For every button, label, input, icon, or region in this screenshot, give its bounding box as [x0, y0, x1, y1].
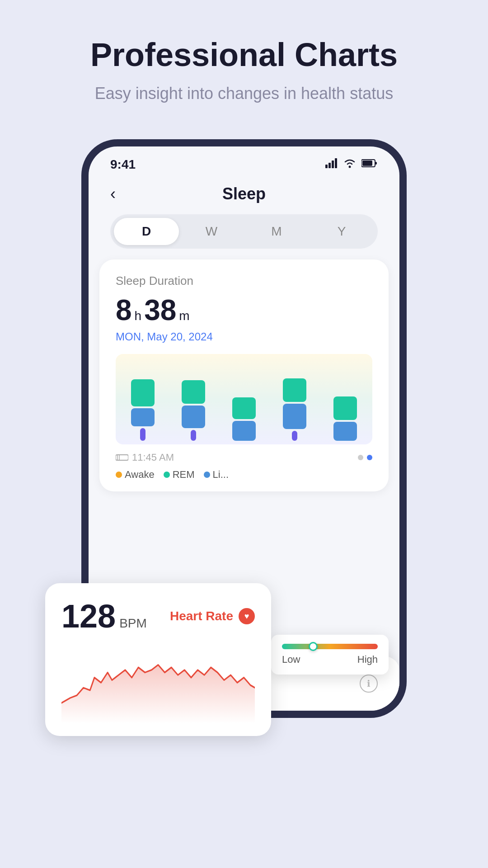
info-icon[interactable]: ℹ [360, 675, 378, 693]
sleep-bar-group-5 [322, 378, 369, 441]
deep-bar-4 [292, 431, 297, 441]
tab-year[interactable]: Y [309, 218, 374, 245]
light-bar-1 [131, 408, 155, 426]
status-time: 9:41 [110, 157, 136, 172]
quality-slider [282, 644, 378, 649]
sleep-bar-group-3 [221, 397, 267, 441]
deep-bar-2 [191, 430, 196, 441]
status-bar: 9:41 [89, 146, 399, 174]
legend-dot-light [204, 472, 210, 478]
status-icons [325, 158, 378, 171]
sleep-duration-value: 8 h 38 m [116, 293, 372, 327]
hr-chart-svg [61, 642, 255, 723]
sleep-legend: Awake REM Li... [116, 469, 372, 481]
svg-point-4 [349, 166, 351, 168]
light-bar-4 [283, 404, 306, 429]
sleep-minutes: 38 [144, 293, 176, 327]
svg-rect-1 [328, 163, 331, 168]
tab-day[interactable]: D [114, 218, 179, 245]
signal-icon [325, 158, 338, 171]
slider-thumb [309, 642, 318, 651]
high-label: High [357, 654, 378, 665]
sleep-date: MON, May 20, 2024 [116, 330, 372, 343]
page-title: Professional Charts [90, 36, 398, 73]
legend-light-label: Li... [213, 469, 229, 481]
slider-track [282, 644, 378, 649]
sleep-hours: 8 [116, 293, 132, 327]
tooltip-labels: Low High [282, 654, 378, 665]
sleep-dots [358, 455, 372, 460]
svg-rect-6 [375, 162, 377, 165]
hr-chart [61, 642, 255, 723]
rem-bar-4 [283, 378, 306, 402]
tab-month[interactable]: M [244, 218, 309, 245]
svg-rect-0 [325, 165, 328, 168]
low-label: Low [282, 654, 300, 665]
back-button[interactable]: ‹ [110, 184, 116, 203]
sleep-footer: 11:45 AM [116, 452, 372, 463]
hr-number: 128 [61, 598, 116, 635]
legend-rem-label: REM [173, 469, 195, 481]
nav-header: ‹ Sleep [89, 174, 399, 214]
legend-dot-rem [164, 472, 170, 478]
svg-rect-7 [362, 160, 372, 166]
sleep-duration-label: Sleep Duration [116, 274, 372, 288]
legend-awake-label: Awake [125, 469, 155, 481]
rem-bar-2 [182, 380, 205, 404]
hr-unit: BPM [119, 616, 147, 631]
period-tabs: D W M Y [110, 214, 378, 249]
hr-header: 128 BPM Heart Rate ♥ [61, 598, 255, 635]
sleep-bar-group-4 [271, 378, 318, 441]
sleep-bar-group-2 [170, 362, 217, 441]
page-subtitle: Easy insight into changes in health stat… [95, 84, 393, 103]
light-bar-3 [232, 421, 256, 441]
nav-title: Sleep [222, 184, 266, 203]
sleep-time-value: 11:45 AM [132, 452, 174, 463]
dot-1 [358, 455, 363, 460]
sleep-hours-unit: h [135, 309, 142, 323]
heart-rate-card: 128 BPM Heart Rate ♥ [45, 583, 271, 736]
legend-dot-awake [116, 472, 122, 478]
tab-week[interactable]: W [179, 218, 244, 245]
sleep-bar-group-1 [119, 379, 166, 441]
wifi-icon [343, 158, 356, 171]
sleep-chart [116, 354, 372, 444]
hr-title-text: Heart Rate [170, 609, 233, 623]
hr-title: Heart Rate ♥ [170, 608, 255, 624]
rem-bar-1 [131, 379, 155, 406]
battery-icon [361, 158, 378, 171]
svg-rect-3 [335, 158, 337, 168]
sleep-card: Sleep Duration 8 h 38 m MON, May 20, 202… [99, 259, 389, 491]
light-bar-2 [182, 406, 205, 428]
sleep-quality-tooltip: Low High [271, 635, 389, 675]
svg-rect-2 [332, 160, 334, 168]
legend-rem: REM [164, 469, 195, 481]
rem-bar-3 [232, 397, 256, 419]
hr-value: 128 BPM [61, 598, 147, 635]
deep-bar-1 [140, 428, 145, 441]
dot-2 [367, 455, 372, 460]
sleep-time-label: 11:45 AM [116, 452, 174, 463]
rem-bar-5 [333, 396, 357, 420]
legend-light: Li... [204, 469, 229, 481]
light-bar-5 [333, 422, 357, 441]
sleep-minutes-unit: m [179, 309, 189, 323]
hr-heart-icon: ♥ [239, 608, 255, 624]
phone-mockup: 9:41 [81, 139, 407, 718]
legend-awake: Awake [116, 469, 155, 481]
